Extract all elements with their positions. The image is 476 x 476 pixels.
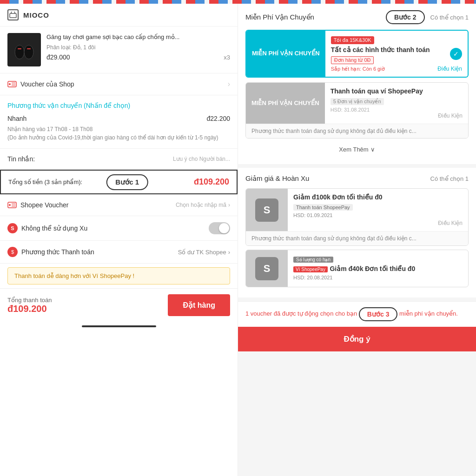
xu-toggle[interactable] <box>209 222 230 234</box>
message-row: Tin nhắn: Lưu ý cho Người bán... <box>0 149 238 170</box>
shipping-voucher-card-2[interactable]: MIỄN PHÍ VẬN CHUYỂN Thanh toán qua ví Sh… <box>245 82 469 139</box>
giam-card-1-expiry: HSD: 01.09.2021 <box>293 212 463 218</box>
vi-shopee-tag: Ví ShopeePay <box>293 266 328 272</box>
product-price-row: đ29.000 x3 <box>46 53 230 61</box>
shipping-section-header: Miễn Phí Vận Chuyển Bước 2 Có thể chọn 1 <box>245 10 469 24</box>
shopee-voucher-hint: Chọn hoặc nhập mã <box>176 202 226 208</box>
shipping-card-1-dieu-kien[interactable]: Điều Kiện <box>437 66 462 72</box>
product-variant: Phân loại: Đỏ, 1 đôi <box>46 44 230 51</box>
shipping-card-2-note: Phương thức thanh toán đang sử dụng khôn… <box>246 124 468 138</box>
bottom-voucher-note-red: miễn phí vận chuyển. <box>399 310 458 317</box>
shopee-voucher-icon <box>7 200 17 210</box>
right-panel: Miễn Phí Vận Chuyển Bước 2 Có thể chọn 1… <box>238 4 476 476</box>
shipping-voucher-section: Miễn Phí Vận Chuyển Bước 2 Có thể chọn 1… <box>238 4 476 164</box>
payment-label: Phương thức Thanh toán <box>21 248 94 256</box>
shipping-price: đ22.200 <box>206 115 230 122</box>
shipping-detail-2: (Do ảnh hưởng của Covid-19,thời gian gia… <box>7 133 230 142</box>
product-image <box>7 33 41 66</box>
payment-icon: $ <box>7 247 18 257</box>
svg-point-2 <box>15 45 24 59</box>
shopee-voucher-label: Shopee Voucher <box>20 201 69 209</box>
shop-name: MIOCO <box>23 11 49 19</box>
shipping-card-1-left: MIỄN PHÍ VẬN CHUYỂN <box>246 31 325 77</box>
xem-them-button[interactable]: Xem Thêm ∨ <box>245 141 469 158</box>
product-price: đ29.000 <box>46 53 70 61</box>
shopee-voucher-row[interactable]: Shopee Voucher Chọn hoặc nhập mã › <box>0 194 238 216</box>
shipping-card-2-tag: 5 Đơn vị vận chuyển <box>331 98 384 105</box>
giam-card-2-title: Giảm đ40k Đơn tối thiểu đ0 <box>330 265 415 272</box>
shipping-method-row: Nhanh đ22.200 <box>7 115 230 122</box>
shipping-card-2-title: Thanh toán qua ví ShopeePay <box>331 87 463 95</box>
buoc1-bubble: Bước 1 <box>106 174 148 190</box>
payment-right: Số dư TK Shopee › <box>178 249 230 256</box>
product-qty: x3 <box>224 54 230 61</box>
payment-method: Số dư TK Shopee <box>178 249 226 256</box>
shipping-card-2-top: MIỄN PHÍ VẬN CHUYỂN Thanh toán qua ví Sh… <box>246 83 468 124</box>
shopeepay-banner: Thanh toán dễ dàng hơn với Ví ShopeePay … <box>7 267 230 284</box>
buoc3-bubble: Bước 3 <box>359 307 398 321</box>
product-row: Găng tay chơi game sợi bạc cao cấp chống… <box>0 26 238 73</box>
giam-card-2[interactable]: S Số lượng có hạn Ví ShopeePay Giảm đ40k… <box>245 250 469 287</box>
shipping-title[interactable]: Phương thức vận chuyển (Nhấn để chọn) <box>7 102 230 109</box>
shopee-s-icon-2: S <box>255 257 278 280</box>
svg-point-5 <box>9 83 11 85</box>
shipping-card-1-tag: Tối đa 15K&30K <box>331 36 374 44</box>
xu-label: Không thể sử dụng Xu <box>21 225 87 232</box>
payment-row[interactable]: $ Phương thức Thanh toán Số dư TK Shopee… <box>0 241 238 264</box>
shipping-voucher-card-1[interactable]: MIỄN PHÍ VẬN CHUYỂN Tối đa 15K&30K Tất c… <box>245 30 469 78</box>
message-hint[interactable]: Lưu ý cho Người bán... <box>173 156 230 162</box>
shipping-card-2-dieu-kien[interactable]: Điều Kiện <box>331 112 463 119</box>
giam-card-1-right: Giảm đ100k Đơn tối thiểu đ0 Thanh toán S… <box>288 189 468 231</box>
shipping-card-2-expiry: HSD: 31.08.2021 <box>331 107 463 112</box>
product-name: Găng tay chơi game sợi bạc cao cấp chống… <box>46 33 230 41</box>
xu-icon: S <box>7 223 18 233</box>
buoc2-bubble: Bước 2 <box>386 10 425 24</box>
xem-them-label: Xem Thêm <box>339 146 368 153</box>
shopee-voucher-right: Chọn hoặc nhập mã › <box>176 202 230 208</box>
total-amount: đ109.200 <box>194 177 229 187</box>
shipping-card-1-subtitle: Đơn hàng từ 0Đ <box>331 56 374 64</box>
bottom-voucher-note: 1 voucher đã được tự động chọn cho bạn B… <box>238 301 476 327</box>
bottom-total-amount: đ109.200 <box>7 304 52 314</box>
shipping-detail-1: Nhận hàng vào 17 Th08 - 18 Th08 <box>7 125 230 133</box>
shipping-section-title: Miễn Phí Vận Chuyển <box>245 13 314 21</box>
svg-rect-1 <box>10 36 38 64</box>
voucher-shop-row[interactable]: Voucher của Shop › <box>0 73 238 95</box>
shopeepay-banner-text: Thanh toán dễ dàng hơn với Ví ShopeePay … <box>14 272 134 279</box>
top-stripe <box>0 0 476 4</box>
svg-point-10 <box>9 204 11 206</box>
voucher-label: Voucher của Shop <box>20 80 74 88</box>
xem-them-chevron: ∨ <box>370 146 375 153</box>
giam-gia-section: Giảm giá & Hoàn Xu Có thể chọn 1 S Giảm … <box>238 168 476 298</box>
shipping-section: Phương thức vận chuyển (Nhấn để chọn) Nh… <box>0 95 238 149</box>
chevron-right-icon: › <box>228 80 230 88</box>
bottom-total-label: Tổng thanh toán <box>7 297 52 304</box>
giam-card-1-title: Giảm đ100k Đơn tối thiểu đ0 <box>293 193 463 201</box>
dat-hang-button[interactable]: Đặt hàng <box>168 294 230 316</box>
giam-card-1-top: S Giảm đ100k Đơn tối thiểu đ0 Thanh toán… <box>246 189 468 231</box>
product-info: Găng tay chơi game sợi bạc cao cấp chống… <box>46 33 230 61</box>
giam-card-1-left: S <box>246 189 288 231</box>
bottom-bar: Tổng thanh toán đ109.200 Đặt hàng <box>0 288 238 322</box>
shipping-card-1-title: Tất cả các hình thức thanh toán <box>331 46 462 53</box>
giam-card-1-tag: Thanh toán ShopeePay <box>293 204 353 211</box>
giam-card-1-dieu-kien[interactable]: Điều Kiện <box>293 220 463 226</box>
giam-card-2-right: Số lượng có hạn Ví ShopeePay Giảm đ40k Đ… <box>288 250 468 287</box>
svg-point-3 <box>24 45 33 59</box>
giam-card-1[interactable]: S Giảm đ100k Đơn tối thiểu đ0 Thanh toán… <box>245 188 469 246</box>
co-the-chon-2: Có thể chọn 1 <box>430 175 469 182</box>
giam-card-2-left: S <box>246 250 288 287</box>
message-label: Tin nhắn: <box>7 155 35 163</box>
xu-row: S Không thể sử dụng Xu <box>0 216 238 241</box>
giam-header: Giảm giá & Hoàn Xu Có thể chọn 1 <box>245 174 469 183</box>
payment-left: $ Phương thức Thanh toán <box>7 247 94 257</box>
total-row: Tổng số tiền (3 sản phẩm): Bước 1 đ109.2… <box>0 170 238 194</box>
dong-y-button[interactable]: Đồng ý <box>238 327 476 351</box>
xu-left: S Không thể sử dụng Xu <box>7 223 87 233</box>
voucher-left: Voucher của Shop <box>7 79 74 89</box>
sl-co-han-badge: Số lượng có hạn <box>293 257 333 263</box>
voucher-icon <box>7 79 17 89</box>
left-panel: MIOCO Găng tay chơi game sợi bạc cao cấp… <box>0 4 238 476</box>
shopee-voucher-left: Shopee Voucher <box>7 200 69 210</box>
shipping-card-2-left: MIỄN PHÍ VẬN CHUYỂN <box>246 83 325 124</box>
